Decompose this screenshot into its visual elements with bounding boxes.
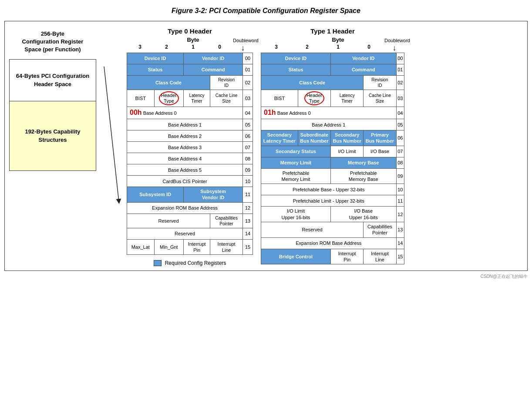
t1-pri-bus-num: PrimaryBus Number — [364, 130, 396, 146]
t0-base-addr4: Base Address 4 — [127, 153, 243, 164]
t0-subsystem-id: Subsystem ID — [127, 187, 184, 203]
t0-base-addr1: Base Address 1 — [127, 119, 243, 130]
t0-num-08: 08 — [243, 153, 253, 164]
t1-device-id: Device ID — [261, 53, 331, 64]
table-row: Base Address 2 06 — [127, 130, 253, 142]
main-container: 256-ByteConfiguration RegisterSpace (per… — [4, 21, 528, 271]
table-row: Prefetchable Limit - Upper 32-bits 11 — [261, 195, 404, 207]
t0-max-lat: Max_Lat — [127, 239, 155, 255]
table-row: Class Code RevisionID 02 — [127, 76, 253, 90]
t1-num-14: 14 — [396, 237, 404, 249]
t1-num-12: 12 — [396, 207, 404, 222]
t0-base-addr2: Base Address 2 — [127, 130, 243, 142]
t0-num-00: 00 — [243, 53, 253, 64]
box-64: 64-Bytes PCI Configuration Header Space — [9, 59, 96, 101]
t1-mem-limit: Memory Limit — [261, 157, 331, 168]
t1-cap-ptr: CapabilitiesPointer — [364, 222, 396, 237]
table-row: Device ID Vendor ID 00 — [261, 53, 404, 64]
t0-int-pin: InterruptPin — [184, 239, 210, 255]
type1-table-area: Device ID Vendor ID 00 Status Command 01… — [261, 53, 404, 264]
table-row: 01h Base Address 0 04 — [261, 107, 404, 119]
t1-revision-id: RevisionID — [364, 76, 396, 90]
t1-num-00: 00 — [396, 53, 404, 64]
table-row: Base Address 3 07 — [127, 142, 253, 153]
type0-dw-arrow: ↓ — [233, 44, 253, 52]
type1-byte-label: Byte — [292, 37, 384, 43]
t1-pf-mem-base: PrefetchableMemory Base — [331, 168, 396, 184]
type1-col0: 0 — [354, 44, 384, 52]
tables-area: Type 0 Header Byte Doubleword 3 2 1 0 ↓ — [127, 27, 523, 266]
type0-table: Device ID Vendor ID 00 Status Command 01… — [127, 53, 253, 255]
legend-area: Required Config Registers — [154, 260, 226, 266]
t1-command: Command — [331, 64, 396, 76]
type0-byte-label: Byte — [153, 37, 233, 43]
type0-col0: 0 — [206, 44, 233, 52]
t1-base-addr1: Base Address 1 — [261, 119, 397, 130]
page-title: Figure 3-2: PCI Compatible Configuration… — [4, 7, 528, 15]
t1-int-line: InterruptLine — [364, 249, 396, 264]
t1-bridge-ctrl: Bridge Control — [261, 249, 331, 264]
t1-cache-line: Cache LineSize — [364, 90, 396, 107]
t1-num-03: 03 — [396, 90, 404, 107]
t0-num-10: 10 — [243, 176, 253, 187]
t0-exp-rom: Expansion ROM Base Address — [127, 202, 243, 214]
t1-num-04: 04 — [396, 107, 404, 119]
t1-io-limit: I/O Limit — [331, 146, 364, 157]
type1-title: Type 1 Header — [310, 27, 354, 35]
t0-num-02: 02 — [243, 76, 253, 90]
t1-num-07: 07 — [396, 146, 404, 157]
legend-text: Required Config Registers — [165, 260, 226, 266]
t0-num-09: 09 — [243, 164, 253, 176]
t0-num-05: 05 — [243, 119, 253, 130]
arrow-area — [101, 27, 122, 266]
t0-base-addr0: 00h Base Address 0 — [127, 107, 243, 119]
t0-device-id: Device ID — [127, 53, 184, 64]
type0-col2: 2 — [153, 44, 180, 52]
t1-base-addr0: 01h Base Address 0 — [261, 107, 397, 119]
table-row: Subsystem ID SubsystemVendor ID 11 — [127, 187, 253, 203]
table-row: BIST HeaderType LatencyTimer Cache LineS… — [127, 90, 253, 107]
t1-num-02: 02 — [396, 76, 404, 90]
table-row: Max_Lat Min_Gnt InterruptPin InterruptLi… — [127, 239, 253, 255]
type0-col3: 3 — [127, 44, 153, 52]
table-row: Secondary Status I/O Limit I/O Base 07 — [261, 146, 404, 157]
t1-status: Status — [261, 64, 331, 76]
t1-mem-base: Memory Base — [331, 157, 396, 168]
table-row: Reserved CapabilitiesPointer 13 — [261, 222, 404, 237]
t1-num-13: 13 — [396, 222, 404, 237]
t1-num-09: 09 — [396, 168, 404, 184]
type0-col: Type 0 Header Byte Doubleword 3 2 1 0 ↓ — [127, 27, 253, 266]
type1-table: Device ID Vendor ID 00 Status Command 01… — [261, 53, 404, 264]
t1-sec-status: Secondary Status — [261, 146, 331, 157]
table-row: Reserved 14 — [127, 228, 253, 239]
legend-box — [154, 260, 162, 266]
type1-col1: 1 — [323, 44, 354, 52]
t1-sec-lat-timer: SecondaryLatency Timer — [261, 130, 298, 146]
t0-cap-ptr: CapabilitiesPointer — [210, 214, 243, 228]
type0-dw-label: Doubleword — [233, 38, 253, 43]
t1-num-01: 01 — [396, 64, 404, 76]
t1-io-base: I/O Base — [364, 146, 396, 157]
type1-col: Type 1 Header Byte Doubleword 3 2 1 0 ↓ — [261, 27, 404, 266]
t0-base-addr3: Base Address 3 — [127, 142, 243, 153]
table-row: Memory Limit Memory Base 08 — [261, 157, 404, 168]
type1-dw-arrow: ↓ — [384, 44, 404, 52]
t1-latency-timer: LatencyTimer — [331, 90, 364, 107]
type1-dw-label: Doubleword — [384, 38, 404, 43]
table-row: Expansion ROM Base Address 12 — [127, 202, 253, 214]
t0-vendor-id: Vendor ID — [184, 53, 243, 64]
t1-pf-mem-limit: PrefetchableMemory Limit — [261, 168, 331, 184]
t0-num-11: 11 — [243, 187, 253, 203]
svg-line-1 — [104, 67, 119, 201]
t1-pf-limit-upper: Prefetchable Limit - Upper 32-bits — [261, 195, 397, 207]
table-row: Base Address 5 09 — [127, 164, 253, 176]
table-row: Bridge Control InterruptPin InterruptLin… — [261, 249, 404, 264]
left-panel: 256-ByteConfiguration RegisterSpace (per… — [9, 27, 96, 266]
t0-num-04: 04 — [243, 107, 253, 119]
t1-bist: BIST — [261, 90, 298, 107]
t1-pf-base-upper: Prefetchable Base - Upper 32-bits — [261, 184, 397, 195]
t1-int-pin: InterruptPin — [331, 249, 364, 264]
type0-title: Type 0 Header — [168, 27, 212, 35]
table-row: Device ID Vendor ID 00 — [127, 53, 253, 64]
t1-num-08: 08 — [396, 157, 404, 168]
